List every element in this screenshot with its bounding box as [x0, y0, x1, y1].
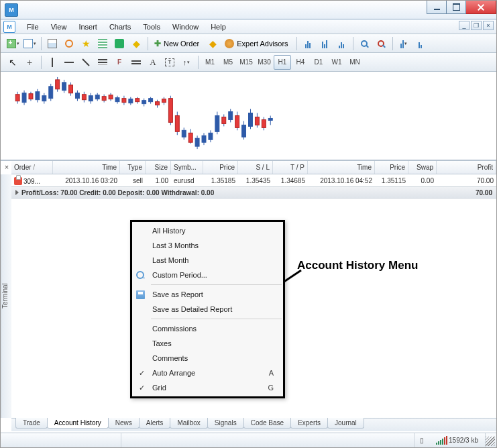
col-price[interactable]: Price [203, 161, 238, 174]
col-profit[interactable]: Profit [437, 161, 496, 174]
timeframe-w1[interactable]: W1 [328, 55, 345, 70]
tab-news[interactable]: News [108, 418, 140, 429]
ctx-grid[interactable]: GridG [132, 380, 283, 395]
menu-file[interactable]: File [21, 21, 45, 32]
signals-button[interactable]: ◆ [128, 36, 144, 51]
terminal-close-button[interactable]: × [2, 162, 11, 172]
ctx-commissions[interactable]: Commissions [132, 321, 283, 336]
ctx-auto-arrange[interactable]: Auto ArrangeA [132, 366, 283, 380]
menu-charts[interactable]: Charts [103, 21, 137, 32]
timeframe-h1[interactable]: H1 [274, 55, 291, 70]
tab-trade[interactable]: Trade [15, 418, 48, 429]
timeframe-m1[interactable]: M1 [201, 55, 219, 70]
channel-button[interactable] [128, 55, 144, 70]
new-order-button[interactable]: ✚New Order [151, 36, 204, 51]
col-time[interactable]: Time [53, 161, 120, 174]
tab-code-base[interactable]: Code Base [243, 418, 291, 429]
tab-experts[interactable]: Experts [290, 418, 328, 429]
cell-order: 309... [23, 178, 40, 185]
market-watch-button[interactable] [44, 36, 60, 51]
ctx-custom-period[interactable]: Custom Period... [132, 268, 283, 282]
new-order-label: New Order [164, 40, 199, 48]
col-sl[interactable]: S / L [238, 161, 273, 174]
menu-view[interactable]: View [45, 21, 73, 32]
svg-rect-5 [29, 94, 33, 99]
timeframe-mn[interactable]: MN [346, 55, 364, 70]
table-row[interactable]: 309... 2013.10.16 03:20 sell 1.00 eurusd… [11, 174, 496, 186]
timeframe-h4[interactable]: H4 [292, 55, 309, 70]
timeframe-m30[interactable]: M30 [256, 55, 273, 70]
col-size[interactable]: Size [146, 161, 171, 174]
resize-grip[interactable] [486, 437, 495, 446]
ctx-taxes[interactable]: Taxes [132, 336, 283, 351]
zoom-out-button[interactable] [373, 36, 389, 51]
svg-rect-7 [36, 92, 40, 100]
horizontal-line-button[interactable] [61, 55, 77, 70]
svg-rect-57 [202, 135, 206, 142]
mdi-close-button[interactable]: × [483, 21, 494, 30]
col-tp[interactable]: T / P [273, 161, 308, 174]
arrows-button[interactable]: ↑▾ [178, 55, 195, 70]
ctx-save-report[interactable]: Save as Report [132, 287, 283, 302]
svg-rect-41 [149, 99, 153, 102]
chart-area[interactable] [1, 72, 496, 160]
ctx-last-3-months[interactable]: Last 3 Months [132, 238, 283, 253]
chart-bar-button[interactable] [300, 36, 316, 51]
svg-rect-3 [22, 93, 26, 103]
summary-total: 70.00 [476, 189, 492, 197]
menu-tools[interactable]: Tools [137, 21, 166, 32]
timeframe-m5[interactable]: M5 [219, 55, 237, 70]
profiles-button[interactable]: ▾ [21, 36, 38, 51]
tab-alerts[interactable]: Alerts [139, 418, 171, 429]
col-price2[interactable]: Price [375, 161, 408, 174]
chart-line-button[interactable] [333, 36, 349, 51]
navigator-button[interactable]: ★ [78, 36, 94, 51]
chart-shift-button[interactable] [412, 36, 429, 51]
metaquotes-button[interactable]: ◆ [205, 36, 221, 51]
expert-advisors-button[interactable]: Expert Advisors [221, 36, 292, 51]
summary-row[interactable]: Profit/Loss: 70.00 Credit: 0.00 Deposit:… [11, 186, 496, 199]
tab-account-history[interactable]: Account History [47, 418, 109, 429]
tab-mailbox[interactable]: Mailbox [170, 418, 207, 429]
zoom-in-button[interactable] [356, 36, 372, 51]
col-swap[interactable]: Swap [408, 161, 437, 174]
autoscroll-button[interactable]: ▾ [396, 36, 412, 51]
app-icon: M [5, 3, 18, 17]
col-time2[interactable]: Time [308, 161, 375, 174]
trendline-button[interactable] [78, 55, 94, 70]
tab-journal[interactable]: Journal [327, 418, 364, 429]
col-symbol[interactable]: Symb... [171, 161, 203, 174]
terminal-button[interactable] [95, 36, 111, 51]
tab-signals[interactable]: Signals [207, 418, 244, 429]
new-chart-button[interactable]: ▾ [5, 36, 21, 51]
fibonacci-button[interactable]: F [111, 55, 127, 70]
timeframe-d1[interactable]: D1 [310, 55, 327, 70]
window-maximize-button[interactable] [446, 1, 466, 14]
ctx-last-month[interactable]: Last Month [132, 253, 283, 268]
menu-insert[interactable]: Insert [72, 21, 103, 32]
vertical-line-button[interactable] [44, 55, 60, 70]
data-window-button[interactable] [61, 36, 77, 51]
mdi-restore-button[interactable]: ❐ [471, 21, 482, 30]
equidistant-button[interactable] [95, 55, 111, 70]
status-bar: ▯ 1592/3 kb [1, 433, 496, 447]
col-order[interactable]: Order / [11, 161, 53, 174]
crosshair-button[interactable]: + [21, 55, 38, 70]
window-close-button[interactable] [465, 1, 496, 14]
ctx-all-history[interactable]: All History [132, 223, 283, 238]
window-minimize-button[interactable] [427, 1, 447, 14]
col-type[interactable]: Type [120, 161, 146, 174]
cursor-button[interactable]: ↖ [5, 55, 21, 70]
text-button[interactable]: A [145, 55, 161, 70]
ctx-save-detailed[interactable]: Save as Detailed Report [132, 302, 283, 317]
strategy-tester-button[interactable] [111, 36, 127, 51]
timeframe-m15[interactable]: M15 [237, 55, 255, 70]
text-label-button[interactable]: T [162, 55, 178, 70]
ctx-comments[interactable]: Comments [132, 351, 283, 366]
svg-rect-53 [188, 133, 192, 142]
menu-window[interactable]: Window [166, 21, 205, 32]
chart-candle-button[interactable] [317, 36, 333, 51]
toolbar-objects: ↖ + F A T ↑▾ M1M5M15M30H1H4D1W1MN [1, 53, 496, 72]
menu-help[interactable]: Help [205, 21, 232, 32]
mdi-minimize-button[interactable]: _ [459, 21, 470, 30]
